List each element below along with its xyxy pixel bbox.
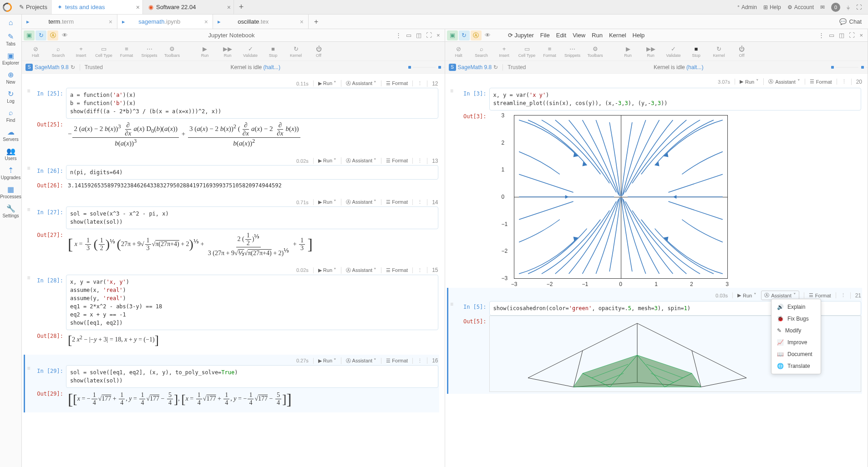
file-menu[interactable]: File [540, 32, 550, 39]
tool-toolbars[interactable]: ⚙Toolbars [161, 42, 183, 60]
file-tab-term[interactable]: ▸ term.term × [22, 15, 117, 29]
panel-icon-d[interactable]: 👁 [482, 30, 493, 40]
refresh-icon[interactable]: ↻ [71, 64, 75, 70]
app-logo[interactable] [0, 0, 15, 15]
drag-handle[interactable]: ≡ [26, 165, 31, 180]
chat-button[interactable]: 💬Chat [833, 18, 868, 25]
cell-format-button[interactable]: ☰ Format [805, 79, 832, 85]
layout-icon[interactable]: ▭ [829, 32, 834, 39]
help-button[interactable]: ⊞Help [763, 4, 781, 10]
cell-run-button[interactable]: ▶ Run ˅ [735, 79, 759, 85]
cell-more-button[interactable]: ⋮ [412, 358, 422, 364]
tool-off[interactable]: ⏻Off [308, 42, 330, 60]
tool-celltype[interactable]: ▭Cell Type [516, 42, 538, 60]
cell-run-button[interactable]: ▶ Run ˅ [313, 358, 336, 364]
expand-icon[interactable]: ⛶ [426, 32, 432, 39]
code-input[interactable]: x, y = var('x y') streamline_plot((sin(x… [489, 88, 862, 110]
cell-assistant-button[interactable]: Ⓐ Assistant ˅ [341, 157, 376, 164]
sidebar-settings[interactable]: 🔧Settings [0, 202, 21, 220]
cell-assistant-button[interactable]: Ⓐ Assistant ˅ [341, 80, 376, 87]
expand-icon[interactable]: ⛶ [849, 32, 855, 39]
sidebar-find[interactable]: ⌕Find [0, 106, 21, 125]
cell-run-button[interactable]: ▶ Run ˅ [313, 267, 336, 273]
cell-run-button[interactable]: ▶ Run ˅ [732, 292, 756, 298]
close-icon[interactable]: × [300, 18, 304, 25]
close-icon[interactable]: × [859, 32, 863, 39]
panel-icon-a[interactable]: ▣ [24, 30, 35, 40]
drag-handle[interactable]: ≡ [26, 365, 31, 388]
notebook-cell[interactable]: 0.71s▶ Run ˅Ⓐ Assistant ˅☰ Format⋮14≡In … [24, 196, 439, 261]
kernel-menu[interactable]: Kernel [609, 32, 626, 39]
notebook-cell[interactable]: ≡ In [3]: x, y = var('x y') streamline_p… [447, 86, 863, 285]
code-input[interactable]: sol = solve(x^3 - x^2 - pi, x) show(late… [66, 206, 438, 229]
kernel-badge[interactable]: SSageMath 9.8 ↻ [25, 64, 75, 71]
split-icon[interactable]: ◫ [839, 32, 844, 39]
edit-menu[interactable]: Edit [556, 32, 566, 39]
cell-format-button[interactable]: ☰ Format [381, 267, 408, 273]
tool-search[interactable]: ⌕Search [47, 42, 69, 60]
sidebar-servers[interactable]: ☁Servers [0, 126, 21, 144]
sidebar-processes[interactable]: ▦Processes [0, 183, 21, 201]
wifi-button[interactable]: ⏚ [847, 4, 850, 10]
tool-run-all[interactable]: ▶▶Run [217, 42, 239, 60]
panel-icon-c[interactable]: Ⓐ [47, 30, 58, 40]
cell-assistant-button[interactable]: Ⓐ Assistant ˅ [341, 199, 376, 206]
tool-search[interactable]: ⌕Search [471, 42, 492, 60]
split-icon[interactable]: ◫ [416, 32, 421, 39]
menu-document[interactable]: 📖Document [772, 348, 821, 360]
tool-stop[interactable]: ■Stop [685, 42, 707, 60]
cell-more-button[interactable]: ⋮ [412, 199, 422, 205]
tool-celltype[interactable]: ▭Cell Type [93, 42, 115, 60]
cell-more-button[interactable]: ⋮ [836, 292, 846, 298]
jupyter-menu[interactable]: ⟳ Jupyter [508, 32, 534, 39]
tool-snippets[interactable]: ⋯Snippets [138, 42, 160, 60]
tool-insert[interactable]: +Insert [493, 42, 515, 60]
close-icon[interactable]: × [437, 32, 440, 39]
projects-button[interactable]: ✎ Projects [15, 0, 52, 14]
view-menu[interactable]: View [573, 32, 585, 39]
panel-icon-c[interactable]: Ⓐ [471, 30, 482, 40]
sidebar-tabs[interactable]: ✎Tabs [0, 30, 21, 48]
sidebar-home[interactable]: ⌂ [0, 16, 21, 29]
tool-halt[interactable]: ⊘Halt [25, 42, 46, 60]
sidebar-upgrades[interactable]: ⇡Upgrades [0, 164, 21, 182]
panel-icon-a[interactable]: ▣ [447, 30, 458, 40]
tool-snippets[interactable]: ⋯Snippets [562, 42, 584, 60]
cell-more-button[interactable]: ⋮ [412, 158, 422, 164]
code-input[interactable]: x, y = var('x, y') assume(x, 'real') ass… [66, 275, 438, 330]
notebook-cell[interactable]: 0.02s▶ Run ˅Ⓐ Assistant ˅☰ Format⋮15≡In … [24, 264, 439, 352]
sidebar-explorer[interactable]: ▣Explorer [0, 49, 21, 67]
code-input[interactable]: sol = solve([eq1, eq2], (x, y), to_poly_… [66, 365, 438, 388]
panel-icon-b[interactable]: ↻ [36, 30, 46, 40]
cell-assistant-button[interactable]: Ⓐ Assistant ˅ [341, 267, 376, 274]
cell-more-button[interactable]: ⋮ [837, 79, 847, 85]
code-input[interactable]: n(pi, digits=64) [66, 165, 438, 180]
cell-format-button[interactable]: ☰ Format [804, 292, 831, 298]
tool-format[interactable]: ≡Format [116, 42, 137, 60]
tool-kernel[interactable]: ↻Kernel [708, 42, 730, 60]
cell-more-button[interactable]: ⋮ [412, 267, 422, 273]
tool-format[interactable]: ≡Format [539, 42, 561, 60]
cell-assistant-button[interactable]: Ⓐ Assistant ˅ [341, 357, 376, 364]
cell-format-button[interactable]: ☰ Format [381, 199, 408, 205]
new-tab-button[interactable]: + [234, 2, 249, 12]
drag-handle[interactable]: ≡ [26, 88, 31, 119]
drag-handle[interactable]: ≡ [26, 206, 31, 229]
notebook-cell[interactable]: 0.03s ▶ Run ˅ Ⓐ Assistant ˅ ☰ Format ⋮ 2… [447, 288, 863, 394]
run-menu[interactable]: Run [592, 32, 603, 39]
drag-handle[interactable]: ≡ [449, 301, 455, 316]
menu-modify[interactable]: ✎Modify [772, 325, 821, 336]
menu-explain[interactable]: 🔊Explain [772, 301, 821, 313]
file-tab-sagemath[interactable]: ▸ sagemath.ipynb × [117, 15, 213, 29]
help-menu[interactable]: Help [633, 32, 645, 39]
tool-validate[interactable]: ✓Validate [663, 42, 685, 60]
notebook-cell[interactable]: 0.27s▶ Run ˅Ⓐ Assistant ˅☰ Format⋮16≡In … [24, 355, 439, 412]
panel-icon-d[interactable]: 👁 [59, 30, 70, 40]
project-tab-2[interactable]: ◉ Software 22.04 × [143, 0, 234, 14]
cell-format-button[interactable]: ☰ Format [381, 158, 408, 164]
tool-toolbars[interactable]: ⚙Toolbars [584, 42, 606, 60]
mail-button[interactable]: ✉ [820, 4, 825, 10]
layout-icon[interactable]: ▭ [406, 32, 411, 39]
admin-button[interactable]: ᐤAdmin [737, 4, 757, 10]
more-icon[interactable]: ⋮ [818, 32, 824, 39]
